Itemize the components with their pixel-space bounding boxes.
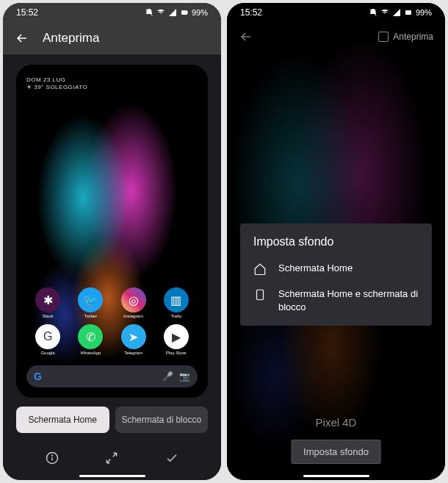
home-icon <box>253 262 267 276</box>
svg-point-5 <box>51 455 52 456</box>
tabs: Schermata Home Schermata di blocco <box>16 407 208 433</box>
tab-home[interactable]: Schermata Home <box>16 407 109 433</box>
app-icon: ✱ <box>35 287 60 312</box>
app-label: Instagram <box>123 314 143 318</box>
wallpaper-preview[interactable]: DOM 23 LUG ☀ 39° SOLEGGIATO ✱Slack🐦Twitt… <box>16 65 208 398</box>
phone-icon <box>253 288 267 301</box>
app-icon: ✆ <box>78 324 103 349</box>
signal-icon <box>168 8 177 17</box>
status-icons: 99% <box>145 8 208 17</box>
app-name-label: Pixel 4D <box>227 416 445 429</box>
option-home[interactable]: Schermata Home <box>253 262 419 276</box>
app-label: Twitter <box>84 314 98 318</box>
svg-rect-1 <box>181 10 187 15</box>
svg-rect-2 <box>187 12 188 13</box>
battery-icon <box>404 8 413 17</box>
app-grid: ✱Slack🐦Twitter◎Instagram▥TrelloGGoogle✆W… <box>16 287 208 355</box>
status-bar: 15:52 99% <box>227 3 445 22</box>
option-home-lock[interactable]: Schermata Home e schermata di blocco <box>253 287 419 314</box>
svg-rect-7 <box>405 10 411 15</box>
preview-checkbox[interactable]: Anteprima <box>378 32 433 42</box>
option-both-label: Schermata Home e schermata di blocco <box>278 287 419 314</box>
signal-icon <box>392 8 401 17</box>
nav-handle[interactable] <box>79 475 145 477</box>
mic-icon[interactable]: 🎤 <box>162 371 173 382</box>
app-whatsapp[interactable]: ✆WhatsApp <box>69 324 112 355</box>
status-icons: 99% <box>369 8 432 17</box>
page-title: Anteprima <box>43 31 99 46</box>
app-instagram[interactable]: ◎Instagram <box>112 287 155 318</box>
app-google[interactable]: GGoogle <box>26 324 69 355</box>
app-label: WhatsApp <box>81 351 101 355</box>
app-label: Trello <box>170 314 181 318</box>
dialog-title: Imposta sfondo <box>253 235 419 248</box>
checkbox-icon <box>378 32 389 42</box>
expand-icon[interactable] <box>104 451 119 465</box>
dnd-icon <box>369 8 377 17</box>
app-bar: Anteprima <box>3 22 221 54</box>
info-icon[interactable] <box>45 451 59 465</box>
app-icon: ◎ <box>121 287 146 312</box>
app-play-store[interactable]: ▶Play Store <box>155 324 198 355</box>
status-time: 15:52 <box>240 7 262 18</box>
dnd-icon <box>145 8 153 17</box>
phone-left: 15:52 99% Anteprima DOM 23 LUG ☀ 39° SOL… <box>3 3 221 480</box>
set-wallpaper-dialog: Imposta sfondo Schermata Home Schermata … <box>240 223 432 326</box>
set-wallpaper-button[interactable]: Imposta sfondo <box>291 440 381 464</box>
back-icon[interactable] <box>15 31 29 46</box>
app-icon: G <box>35 324 60 349</box>
app-label: Google <box>40 351 54 355</box>
battery-percent: 99% <box>416 8 432 17</box>
status-bar: 15:52 99% <box>3 3 221 22</box>
home-widget: DOM 23 LUG ☀ 39° SOLEGGIATO <box>26 76 87 92</box>
svg-rect-8 <box>257 290 264 300</box>
nav-handle[interactable] <box>303 475 369 477</box>
phone-right: 15:52 99% Anteprima Imposta sfondo Scher… <box>227 3 445 480</box>
checkbox-label-text: Anteprima <box>393 32 433 42</box>
bottom-toolbar <box>16 442 208 474</box>
lens-icon[interactable]: 📷 <box>179 371 190 382</box>
app-label: Telegram <box>124 351 142 355</box>
app-icon: ➤ <box>121 324 146 349</box>
top-bar: Anteprima <box>227 22 445 51</box>
app-icon: 🐦 <box>78 287 103 312</box>
app-trello[interactable]: ▥Trello <box>155 287 198 318</box>
google-logo-icon: G <box>34 371 42 382</box>
apply-icon[interactable] <box>165 451 179 465</box>
app-label: Play Store <box>166 351 187 355</box>
tab-lock[interactable]: Schermata di blocco <box>115 407 209 433</box>
wifi-icon <box>380 8 389 17</box>
battery-percent: 99% <box>192 8 208 17</box>
google-search-bar[interactable]: G 🎤 📷 <box>26 365 198 387</box>
main-content: DOM 23 LUG ☀ 39° SOLEGGIATO ✱Slack🐦Twitt… <box>3 54 221 480</box>
battery-icon <box>180 8 189 17</box>
app-slack[interactable]: ✱Slack <box>26 287 69 318</box>
app-telegram[interactable]: ➤Telegram <box>112 324 155 355</box>
widget-date: DOM 23 LUG <box>26 76 87 84</box>
app-label: Slack <box>43 314 54 318</box>
status-time: 15:52 <box>16 7 38 18</box>
option-home-label: Schermata Home <box>278 262 353 275</box>
app-icon: ▶ <box>164 324 189 349</box>
widget-weather: ☀ 39° SOLEGGIATO <box>26 84 87 91</box>
wifi-icon <box>156 8 165 17</box>
app-twitter[interactable]: 🐦Twitter <box>69 287 112 318</box>
app-icon: ▥ <box>164 287 189 312</box>
back-icon[interactable] <box>239 29 253 44</box>
